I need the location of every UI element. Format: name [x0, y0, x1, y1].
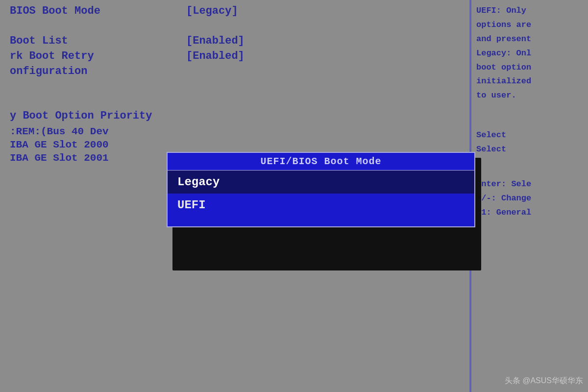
boot-list-label: Boot List: [10, 35, 186, 47]
help-nav-2: Select: [476, 143, 583, 157]
popup-title: UEFI/BIOS Boot Mode: [168, 153, 474, 171]
popup-option-legacy[interactable]: Legacy: [168, 171, 474, 194]
boot-item-0[interactable]: :REM:(Bus 40 Dev: [10, 126, 460, 137]
boot-retry-row: rk Boot Retry [Enabled]: [10, 50, 460, 62]
watermark: 头条 @ASUS华硕华东: [505, 376, 583, 386]
help-keys-block: Enter: Sele +/-: Change F1: General: [476, 177, 583, 220]
boot-option-priority-section: y Boot Option Priority: [10, 110, 460, 122]
boot-list-row: Boot List [Enabled]: [10, 35, 460, 47]
help-line-3: and present: [476, 32, 583, 47]
configuration-label: onfiguration: [10, 65, 186, 77]
popup-dialog: UEFI/BIOS Boot Mode Legacy UEFI: [167, 152, 475, 227]
help-key-f1: F1: General: [476, 206, 583, 220]
bios-boot-mode-label: BIOS Boot Mode: [10, 5, 186, 17]
bios-boot-mode-value: [Legacy]: [186, 5, 238, 17]
boot-retry-label: rk Boot Retry: [10, 50, 186, 62]
help-uefi-block: UEFI: Only options are and present Legac…: [476, 4, 583, 103]
left-panel: BIOS Boot Mode [Legacy] Boot List [Enabl…: [0, 0, 469, 392]
boot-retry-value: [Enabled]: [186, 50, 245, 62]
popup-option-uefi[interactable]: UEFI: [168, 194, 474, 217]
right-panel: UEFI: Only options are and present Legac…: [470, 0, 588, 392]
help-text: UEFI: Only options are and present Legac…: [476, 4, 583, 220]
help-line-6: initialized: [476, 74, 583, 89]
help-nav-block: Select Select: [476, 128, 583, 157]
bios-boot-mode-row: BIOS Boot Mode [Legacy]: [10, 5, 460, 17]
help-line-2: options are: [476, 18, 583, 32]
boot-list-value: [Enabled]: [186, 35, 245, 47]
boot-item-1[interactable]: IBA GE Slot 2000: [10, 139, 460, 150]
help-line-7: to user.: [476, 89, 583, 103]
configuration-row: onfiguration: [10, 65, 460, 77]
help-line-5: boot option: [476, 61, 583, 75]
help-key-plusminus: +/-: Change: [476, 192, 583, 206]
help-line-4: Legacy: Onl: [476, 47, 583, 61]
help-key-enter: Enter: Sele: [476, 177, 583, 192]
boot-mode-popup: UEFI/BIOS Boot Mode Legacy UEFI: [167, 152, 480, 227]
help-line-1: UEFI: Only: [476, 4, 583, 18]
help-nav-1: Select: [476, 128, 583, 143]
bios-screen: BIOS Boot Mode [Legacy] Boot List [Enabl…: [0, 0, 588, 392]
